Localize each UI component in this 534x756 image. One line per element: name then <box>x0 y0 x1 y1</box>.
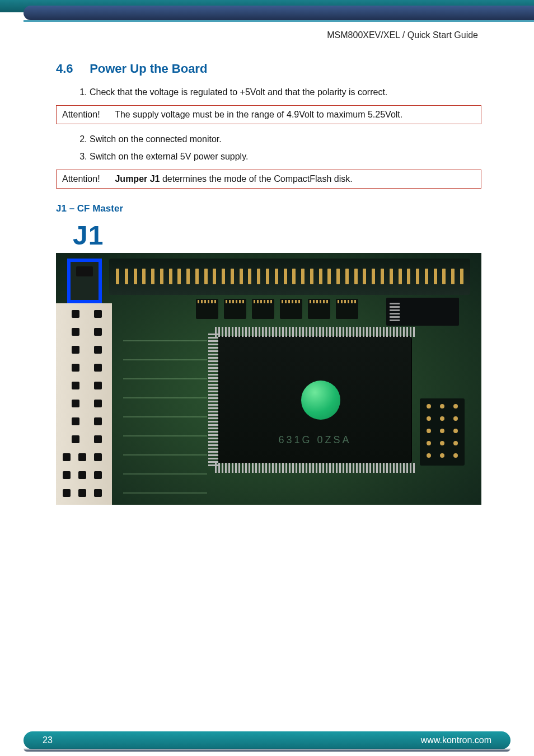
j1-callout-label: J1 <box>73 220 481 251</box>
footer-shadow <box>24 748 510 752</box>
section-title: Power Up the Board <box>90 62 207 76</box>
step-2: Switch on the connected monitor. <box>90 133 481 145</box>
step-1: Check that the voltage is regulated to +… <box>90 86 481 98</box>
step-3: Switch on the external 5V power supply. <box>90 151 481 163</box>
attention-label-2: Attention! <box>62 174 113 184</box>
chip-marking: 631G 0ZSA <box>218 434 411 446</box>
attention-label: Attention! <box>62 110 113 120</box>
section-heading: 4.6 Power Up the Board <box>56 62 481 76</box>
left-pin-header <box>56 303 112 505</box>
chip-pins-top <box>215 327 415 337</box>
attention-box-1: Attention! The supply voltage must be in… <box>56 105 481 124</box>
steps-list: Check that the voltage is regulated to +… <box>56 86 481 98</box>
page-footer: 23 www.kontron.com <box>24 731 510 749</box>
pcb-traces <box>123 337 207 494</box>
main-chip: 631G 0ZSA <box>218 337 411 463</box>
right-pin-header <box>420 398 465 466</box>
subsection-heading: J1 – CF Master <box>56 203 481 214</box>
figure-j1: J1 <box>56 220 481 505</box>
smd-pack <box>308 299 330 319</box>
small-chip <box>386 298 459 326</box>
smd-resistor-packs <box>196 299 358 319</box>
board-photo: 631G 0ZSA <box>56 253 481 505</box>
section-number: 4.6 <box>56 62 86 76</box>
steps-list-2: Switch on the connected monitor. Switch … <box>56 133 481 163</box>
document-title: MSM800XEV/XEL / Quick Start Guide <box>327 30 478 40</box>
smd-pack <box>252 299 274 319</box>
top-connector-strip <box>109 259 470 295</box>
content-area: 4.6 Power Up the Board Check that the vo… <box>56 62 481 505</box>
page: MSM800XEV/XEL / Quick Start Guide 4.6 Po… <box>0 0 534 756</box>
top-banner-curve <box>24 6 534 20</box>
attention-bold: Jumper J1 <box>115 174 160 184</box>
attention-text-2: determines the mode of the CompactFlash … <box>160 174 353 184</box>
chip-pins-bottom <box>215 463 415 473</box>
connector-pins <box>116 269 463 284</box>
footer-url: www.kontron.com <box>421 735 491 745</box>
attention-text: The supply voltage must be in the range … <box>115 110 402 119</box>
attention-box-2: Attention! Jumper J1 determines the mode… <box>56 170 481 189</box>
chip-pins-left <box>208 334 218 466</box>
smd-pack <box>280 299 302 319</box>
page-number: 23 <box>43 735 53 745</box>
j1-jumper-highlight <box>67 259 102 303</box>
smd-pack <box>224 299 246 319</box>
chip-green-dot <box>301 381 340 420</box>
smd-pack <box>196 299 218 319</box>
smd-pack <box>336 299 358 319</box>
